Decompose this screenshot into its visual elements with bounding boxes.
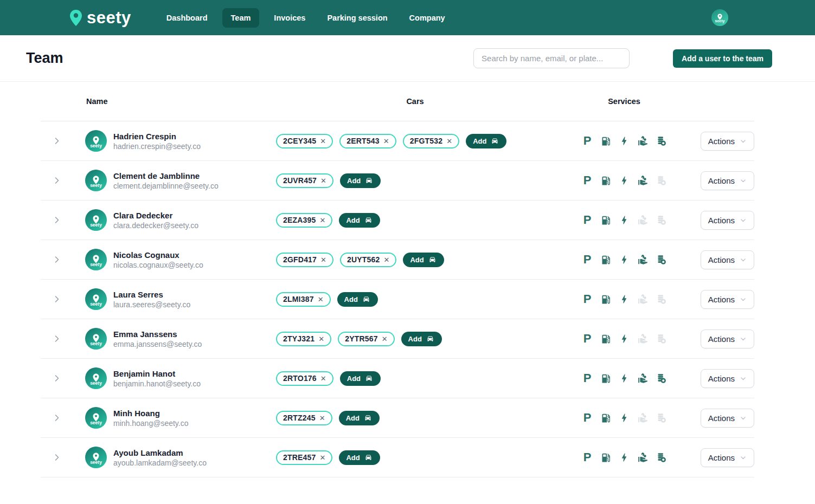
- brand-logo[interactable]: seety: [69, 8, 131, 28]
- nav-item-company[interactable]: Company: [402, 8, 452, 28]
- expand-row-button[interactable]: [50, 134, 63, 147]
- remove-plate-icon[interactable]: ✕: [446, 138, 452, 145]
- chevron-down-icon: [740, 375, 747, 382]
- remove-plate-icon[interactable]: ✕: [320, 177, 326, 184]
- expand-row-button[interactable]: [50, 372, 63, 385]
- car-plate-text: 2LMI387: [283, 295, 314, 303]
- services-list: P: [567, 293, 681, 306]
- cashback-service-icon: [637, 214, 649, 227]
- car-plate-badge: 2ERT543 ✕: [339, 134, 396, 148]
- expand-row-button[interactable]: [50, 411, 63, 424]
- table-row: seety Laura Serres laura.seeres@seety.co…: [41, 280, 754, 319]
- remove-plate-icon[interactable]: ✕: [320, 138, 326, 145]
- add-car-button[interactable]: Add: [340, 371, 381, 386]
- actions-label: Actions: [708, 176, 735, 185]
- actions-label: Actions: [708, 216, 735, 225]
- remove-plate-icon[interactable]: ✕: [384, 256, 390, 263]
- remove-plate-icon[interactable]: ✕: [320, 256, 326, 263]
- table-row: seety Hadrien Crespin hadrien.crespin@se…: [41, 121, 754, 161]
- car-plate-badge: 2UYT562 ✕: [340, 253, 396, 267]
- chevron-down-icon: [740, 335, 747, 343]
- expand-row-button[interactable]: [50, 332, 63, 345]
- cashback-service-icon: [637, 333, 649, 345]
- car-plate-badge: 2RTZ245 ✕: [276, 411, 332, 425]
- add-user-button[interactable]: Add a user to the team: [673, 49, 772, 68]
- remove-plate-icon[interactable]: ✕: [382, 335, 388, 343]
- parking-service-icon: P: [581, 333, 594, 345]
- nav-item-parking-session[interactable]: Parking session: [320, 8, 394, 28]
- actions-dropdown-button[interactable]: Actions: [701, 290, 754, 309]
- cashback-service-icon: [637, 412, 649, 424]
- cashback-service-icon: [637, 175, 649, 187]
- map-pin-icon: [69, 9, 82, 27]
- expand-row-button[interactable]: [50, 253, 63, 266]
- cashback-service-icon: [637, 135, 649, 147]
- remove-plate-icon[interactable]: ✕: [320, 454, 326, 461]
- member-avatar: seety: [85, 170, 107, 191]
- add-car-label: Add: [346, 454, 360, 462]
- actions-dropdown-button[interactable]: Actions: [701, 448, 754, 467]
- add-car-label: Add: [347, 177, 361, 185]
- actions-dropdown-button[interactable]: Actions: [701, 369, 754, 388]
- parking-service-icon: P: [581, 214, 594, 227]
- avatar-brand-text: seety: [90, 262, 102, 267]
- add-car-button[interactable]: Add: [340, 173, 381, 188]
- chevron-down-icon: [740, 177, 747, 184]
- page-header: Team Add a user to the team: [0, 35, 815, 82]
- brand-name: seety: [87, 8, 131, 28]
- member-email: benjamin.hanot@seety.co: [113, 379, 201, 388]
- actions-label: Actions: [708, 374, 735, 383]
- nav-item-dashboard[interactable]: Dashboard: [159, 8, 215, 28]
- remove-plate-icon[interactable]: ✕: [318, 335, 324, 343]
- search-input[interactable]: [473, 48, 630, 68]
- actions-dropdown-button[interactable]: Actions: [701, 250, 754, 269]
- add-car-button[interactable]: Add: [339, 213, 380, 228]
- user-avatar[interactable]: seety: [711, 9, 728, 26]
- actions-dropdown-button[interactable]: Actions: [701, 211, 754, 230]
- member-name: Ayoub Lamkadam: [113, 448, 207, 457]
- car-icon: [364, 374, 374, 383]
- chevron-right-icon: [53, 413, 61, 422]
- nav-item-team[interactable]: Team: [222, 8, 260, 28]
- expand-row-button[interactable]: [50, 214, 63, 227]
- add-car-button[interactable]: Add: [403, 253, 444, 267]
- plates-list: 2UVR457 ✕ Add: [263, 173, 567, 188]
- services-list: P: [567, 451, 681, 464]
- actions-dropdown-button[interactable]: Actions: [701, 409, 754, 428]
- add-car-button[interactable]: Add: [339, 411, 380, 425]
- plates-list: 2RTO176 ✕ Add: [263, 371, 567, 386]
- actions-label: Actions: [708, 413, 735, 423]
- plates-list: 2TYJ321 ✕ 2YTR567 ✕ Add: [263, 332, 567, 346]
- actions-dropdown-button[interactable]: Actions: [701, 329, 754, 348]
- column-header-services: Services: [567, 97, 681, 106]
- avatar-brand-text: seety: [90, 421, 102, 425]
- car-icon: [364, 176, 374, 185]
- add-car-button[interactable]: Add: [339, 450, 380, 465]
- car-plate-text: 2TYJ321: [283, 334, 315, 343]
- fuel-service-icon: [600, 254, 612, 266]
- chevron-right-icon: [53, 176, 61, 185]
- remove-plate-icon[interactable]: ✕: [320, 375, 326, 382]
- remove-plate-icon[interactable]: ✕: [318, 296, 324, 303]
- remove-plate-icon[interactable]: ✕: [319, 415, 325, 422]
- table-row: seety Ayoub Lamkadam ayoub.lamkadam@seet…: [41, 438, 754, 477]
- member-email: emma.janssens@seety.co: [113, 340, 202, 348]
- car-icon: [490, 137, 499, 146]
- expand-row-button[interactable]: [50, 451, 63, 464]
- add-car-button[interactable]: Add: [401, 332, 442, 346]
- nav-item-invoices[interactable]: Invoices: [267, 8, 312, 28]
- remove-plate-icon[interactable]: ✕: [383, 138, 389, 145]
- remove-plate-icon[interactable]: ✕: [320, 217, 326, 224]
- cashback-service-icon: [637, 293, 649, 306]
- ev-charging-service-icon: [618, 451, 631, 464]
- expand-row-button[interactable]: [50, 174, 63, 187]
- add-car-button[interactable]: Add: [466, 134, 506, 148]
- expand-row-button[interactable]: [50, 293, 63, 306]
- car-plate-text: 2EZA395: [283, 216, 316, 224]
- actions-dropdown-button[interactable]: Actions: [701, 171, 754, 190]
- actions-dropdown-button[interactable]: Actions: [701, 132, 754, 151]
- add-car-button[interactable]: Add: [337, 292, 378, 307]
- member-avatar: seety: [85, 407, 107, 429]
- member-name: Hadrien Crespin: [113, 132, 201, 141]
- chevron-down-icon: [740, 256, 747, 263]
